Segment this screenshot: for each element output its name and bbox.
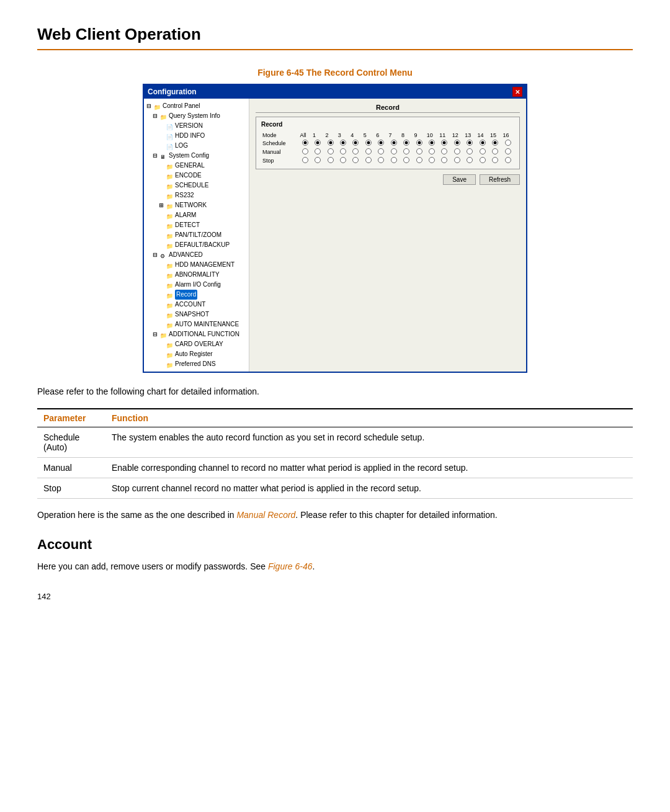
- radio-manual-3[interactable]: [340, 148, 346, 154]
- radio-stop-10[interactable]: [429, 157, 435, 163]
- radio-stop-12[interactable]: [454, 157, 460, 163]
- table-row: Stop Stop current channel record no matt…: [37, 478, 633, 499]
- figure-caption: Figure 6-45 The Record Control Menu: [37, 68, 633, 78]
- tree-item[interactable]: CARD OVERLAY: [146, 339, 246, 349]
- tree-item[interactable]: ACCOUNT: [146, 300, 246, 310]
- radio-stop-9[interactable]: [416, 157, 422, 163]
- tree-item[interactable]: Preferred DNS: [146, 359, 246, 369]
- table-row: Schedule(Auto) The system enables the au…: [37, 427, 633, 458]
- folder-icon: [166, 341, 174, 348]
- tree-item[interactable]: AUTO MAINTENANCE: [146, 319, 246, 329]
- tree-item[interactable]: DETECT: [146, 220, 246, 230]
- radio-manual-5[interactable]: [365, 148, 372, 154]
- tree-item[interactable]: LOG: [146, 141, 246, 151]
- tree-item[interactable]: ABNORMALITY: [146, 270, 246, 280]
- folder-icon: [166, 350, 174, 358]
- radio-stop-14[interactable]: [480, 157, 486, 163]
- stop-row: Stop: [261, 156, 514, 165]
- radio-schedule-16[interactable]: [505, 140, 511, 146]
- close-button[interactable]: ✕: [512, 87, 522, 97]
- folder-icon: [154, 102, 161, 110]
- radio-manual-7[interactable]: [391, 148, 397, 154]
- tree-item[interactable]: Auto Register: [146, 349, 246, 359]
- radio-stop-11[interactable]: [441, 157, 447, 163]
- tree-item[interactable]: ⊟ ADVANCED: [146, 250, 246, 260]
- refresh-button[interactable]: Refresh: [480, 174, 520, 185]
- tree-item[interactable]: ⊟ ADDITIONAL FUNCTION: [146, 329, 246, 339]
- radio-manual-2[interactable]: [328, 148, 334, 154]
- folder-icon: [166, 202, 174, 209]
- radio-schedule-15[interactable]: [492, 140, 498, 146]
- radio-schedule-13[interactable]: [467, 140, 473, 146]
- tree-item[interactable]: DEFAULT/BACKUP: [146, 240, 246, 250]
- tree-item-record[interactable]: Record: [146, 290, 246, 300]
- tree-item[interactable]: GENERAL: [146, 161, 246, 171]
- radio-stop-2[interactable]: [328, 157, 334, 163]
- save-button[interactable]: Save: [443, 174, 476, 185]
- tree-item[interactable]: SCHEDULE: [146, 181, 246, 190]
- account-text: Here you can add, remove users or modify…: [37, 560, 633, 573]
- tree-item[interactable]: VERSION: [146, 121, 246, 131]
- radio-stop-all[interactable]: [302, 157, 308, 163]
- tree-item[interactable]: ⊟ Control Panel: [146, 101, 246, 111]
- tree-item[interactable]: ⊞ NETWORK: [146, 200, 246, 210]
- table-header-row: Parameter Function: [37, 409, 633, 427]
- radio-manual-all[interactable]: [302, 148, 308, 154]
- tree-item[interactable]: PAN/TILT/ZOOM: [146, 230, 246, 240]
- folder-icon: [166, 241, 174, 249]
- radio-manual-10[interactable]: [429, 148, 435, 154]
- radio-stop-5[interactable]: [365, 157, 372, 163]
- radio-schedule-11[interactable]: [441, 140, 447, 146]
- radio-schedule-8[interactable]: [403, 140, 409, 146]
- radio-schedule-3[interactable]: [340, 140, 346, 146]
- radio-schedule-4[interactable]: [352, 140, 359, 146]
- radio-schedule-14[interactable]: [480, 140, 486, 146]
- radio-manual-8[interactable]: [403, 148, 409, 154]
- radio-schedule-all[interactable]: [302, 140, 308, 146]
- radio-manual-13[interactable]: [467, 148, 473, 154]
- radio-manual-11[interactable]: [441, 148, 447, 154]
- tree-item[interactable]: HDD MANAGEMENT: [146, 260, 246, 270]
- radio-schedule-2[interactable]: [328, 140, 334, 146]
- tree-item[interactable]: SNAPSHOT: [146, 310, 246, 319]
- tree-item[interactable]: ⊟ System Config: [146, 151, 246, 161]
- radio-stop-13[interactable]: [467, 157, 473, 163]
- radio-stop-8[interactable]: [403, 157, 409, 163]
- radio-schedule-7[interactable]: [391, 140, 397, 146]
- file-icon: [166, 142, 174, 149]
- radio-manual-4[interactable]: [352, 148, 359, 154]
- radio-manual-6[interactable]: [378, 148, 384, 154]
- radio-manual-9[interactable]: [416, 148, 422, 154]
- radio-manual-15[interactable]: [492, 148, 498, 154]
- radio-manual-1[interactable]: [315, 148, 321, 154]
- manual-record-link[interactable]: Manual Record: [236, 510, 295, 520]
- tree-item[interactable]: Alarm I/O Config: [146, 280, 246, 290]
- tree-item[interactable]: RS232: [146, 190, 246, 200]
- radio-schedule-6[interactable]: [378, 140, 384, 146]
- radio-schedule-10[interactable]: [429, 140, 435, 146]
- radio-stop-7[interactable]: [391, 157, 397, 163]
- radio-manual-12[interactable]: [454, 148, 460, 154]
- radio-stop-15[interactable]: [492, 157, 498, 163]
- tree-item[interactable]: ENCODE: [146, 171, 246, 181]
- figure-46-link[interactable]: Figure 6-46: [268, 561, 313, 571]
- tree-item[interactable]: ⊟ Query System Info: [146, 111, 246, 121]
- radio-stop-4[interactable]: [352, 157, 359, 163]
- config-titlebar: Configuration ✕: [144, 85, 526, 99]
- radio-manual-16[interactable]: [505, 148, 511, 154]
- radio-schedule-5[interactable]: [365, 140, 372, 146]
- radio-stop-1[interactable]: [315, 157, 321, 163]
- folder-icon: [166, 271, 174, 279]
- radio-schedule-12[interactable]: [454, 140, 460, 146]
- radio-stop-6[interactable]: [378, 157, 384, 163]
- radio-schedule-1[interactable]: [315, 140, 321, 146]
- folder-icon: [160, 331, 168, 338]
- radio-stop-3[interactable]: [340, 157, 346, 163]
- tree-item[interactable]: HDD INFO: [146, 131, 246, 141]
- tree-item[interactable]: ALARM: [146, 210, 246, 220]
- radio-stop-16[interactable]: [505, 157, 511, 163]
- radio-manual-14[interactable]: [480, 148, 486, 154]
- config-window: Configuration ✕ ⊟ Control Panel ⊟ Query …: [143, 84, 527, 373]
- folder-icon: [166, 360, 174, 368]
- radio-schedule-9[interactable]: [416, 140, 422, 146]
